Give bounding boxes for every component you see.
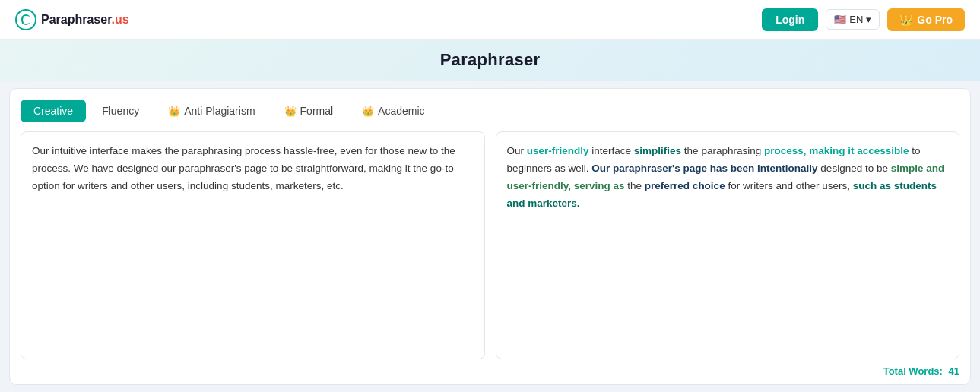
tab-academic[interactable]: 👑 Academic bbox=[349, 100, 437, 122]
svg-point-0 bbox=[16, 10, 36, 30]
input-text: Our intuitive interface makes the paraph… bbox=[32, 143, 474, 195]
tab-formal[interactable]: 👑 Formal bbox=[271, 100, 347, 122]
panels: Our intuitive interface makes the paraph… bbox=[21, 131, 959, 359]
chevron-down-icon: ▾ bbox=[866, 14, 871, 25]
header: Paraphraser.us Login 🇺🇸 EN ▾ 👑 Go Pro bbox=[0, 0, 980, 40]
page-title: Paraphraser bbox=[0, 50, 980, 70]
login-button[interactable]: Login bbox=[762, 8, 818, 31]
language-selector[interactable]: 🇺🇸 EN ▾ bbox=[826, 9, 880, 30]
tab-creative[interactable]: Creative bbox=[21, 100, 86, 122]
header-right: Login 🇺🇸 EN ▾ 👑 Go Pro bbox=[762, 8, 965, 31]
tab-creative-label: Creative bbox=[33, 105, 73, 117]
logo-text: Paraphraser.us bbox=[41, 13, 129, 27]
total-words-row: Total Words: 41 bbox=[21, 359, 959, 384]
output-text: Our user-friendly interface simplifies t… bbox=[507, 143, 949, 213]
go-pro-button[interactable]: 👑 Go Pro bbox=[887, 8, 965, 31]
tab-anti-plagiarism[interactable]: 👑 Anti Plagiarism bbox=[155, 100, 268, 122]
main-container: Creative Fluency 👑 Anti Plagiarism 👑 For… bbox=[9, 88, 971, 385]
output-panel: Our user-friendly interface simplifies t… bbox=[496, 131, 960, 359]
crown-icon-academic: 👑 bbox=[362, 106, 374, 117]
total-words-label: Total Words: bbox=[883, 365, 943, 377]
tab-fluency[interactable]: Fluency bbox=[89, 100, 152, 122]
crown-icon-anti: 👑 bbox=[168, 106, 180, 117]
crown-icon: 👑 bbox=[899, 14, 912, 26]
page-title-area: Paraphraser bbox=[0, 40, 980, 81]
lang-label: EN bbox=[849, 14, 863, 25]
tab-anti-plagiarism-label: Anti Plagiarism bbox=[184, 105, 255, 117]
input-panel[interactable]: Our intuitive interface makes the paraph… bbox=[21, 131, 485, 359]
logo: Paraphraser.us bbox=[15, 9, 129, 30]
tab-formal-label: Formal bbox=[300, 105, 334, 117]
crown-icon-formal: 👑 bbox=[284, 106, 297, 117]
tabs-bar: Creative Fluency 👑 Anti Plagiarism 👑 For… bbox=[21, 100, 959, 122]
total-words-value: 41 bbox=[949, 365, 959, 377]
logo-icon bbox=[15, 9, 36, 30]
tab-academic-label: Academic bbox=[378, 105, 424, 117]
tab-fluency-label: Fluency bbox=[102, 105, 139, 117]
flag-icon: 🇺🇸 bbox=[834, 14, 846, 25]
